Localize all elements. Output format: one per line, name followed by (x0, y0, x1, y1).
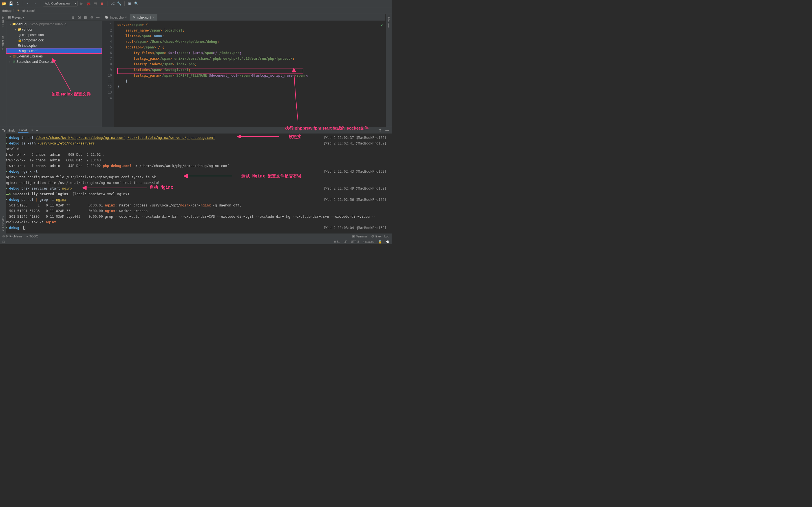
bb-todo[interactable]: ≡ TODO (27, 235, 38, 238)
right-rail: Database (386, 14, 392, 127)
git-branch-icon[interactable]: ⎇ (110, 1, 115, 6)
sb-le[interactable]: LF (344, 240, 347, 243)
stop-icon[interactable]: ⏹ (100, 1, 105, 6)
terminal-panel: Terminal: Local × + ⚙ — 软链接 测试 Nginx 配置文… (0, 127, 392, 233)
bb-problems[interactable]: ⊘ 6: Problems (2, 234, 22, 238)
back-icon[interactable]: ← (26, 1, 31, 6)
run-icon[interactable]: ▶ (79, 1, 84, 6)
sb-pos: 9:81 (334, 240, 340, 243)
sb-menu-icon[interactable]: ☐ (2, 240, 5, 243)
crumb-file[interactable]: ☀ nginx.conf (17, 9, 35, 12)
terminal-add-tab[interactable]: + (36, 128, 38, 133)
bb-terminal[interactable]: ▣ Terminal (352, 234, 368, 238)
tree-item-nginx-conf[interactable]: ☀ nginx.conf (6, 48, 102, 54)
project-tree: ▾ 📁 debug ~/Work/php/demos/debug ▸ 📁 ven… (6, 21, 102, 65)
tab-index-php[interactable]: 🐘index.php× (102, 14, 130, 20)
tabbar: 🐘index.php×☀nginx.conf× (102, 14, 386, 21)
forward-icon[interactable]: → (33, 1, 38, 6)
rail-project[interactable]: 1: Project (1, 16, 4, 27)
tree-root[interactable]: ▾ 📁 debug ~/Work/php/demos/debug (6, 21, 102, 27)
terminal-tab-local[interactable]: Local (18, 128, 29, 133)
debug-icon[interactable]: 🐞 (86, 1, 91, 6)
lock-icon[interactable]: 🔓 (378, 240, 382, 244)
gear-icon[interactable]: ⚙ (89, 15, 94, 20)
tree-item-index-php[interactable]: 🐘 index.php (6, 43, 102, 48)
terminal-hide-icon[interactable]: — (385, 128, 389, 133)
bb-eventlog[interactable]: ◷ Event Log (371, 234, 389, 238)
tree-item-composer-lock[interactable]: 🔒 composer.lock (6, 38, 102, 43)
rail-favorites[interactable]: 2: Favorites (2, 216, 5, 231)
editor: 🐘index.php×☀nginx.conf× 1234567891011121… (102, 14, 386, 127)
project-panel: ▤Project▾ ⊕ ⇲ ⊟ ⚙ — ▾ 📁 debug ~/Work/php… (6, 14, 102, 127)
breadcrumb: debug 〉 ☀ nginx.conf (0, 7, 392, 14)
save-icon[interactable]: 💾 (8, 1, 13, 6)
locate-icon[interactable]: ⊕ (71, 15, 75, 20)
code-area[interactable]: server</span> { server_name</span> local… (114, 21, 386, 127)
crumb-root[interactable]: debug (2, 9, 11, 12)
tab-nginx-conf[interactable]: ☀nginx.conf× (130, 14, 157, 20)
coverage-icon[interactable]: ⬒ (93, 1, 98, 6)
rail-database[interactable]: Database (387, 16, 390, 28)
sb-chat-icon[interactable]: 💬 (386, 240, 389, 243)
bottom-toolbar: ⊘ 6: Problems ≡ TODO ▣ Terminal ◷ Event … (0, 233, 392, 239)
tree-external[interactable]: ▸ ▥ External Libraries (6, 54, 102, 59)
rail-structure[interactable]: 7: Structure (1, 36, 4, 51)
sb-enc[interactable]: UTF-8 (351, 240, 359, 243)
gutter: 1234567891011121314 (102, 21, 114, 127)
tree-scratches[interactable]: ▸ ◎ Scratches and Consoles (6, 59, 102, 64)
run-config-select[interactable]: Add Configuration... (43, 1, 78, 6)
main-toolbar: 📂 💾 ↻ ← → Add Configuration... ▶ 🐞 ⬒ ⏹ ⎇… (0, 0, 392, 7)
wrench-icon[interactable]: 🔧 (117, 1, 122, 6)
hide-icon[interactable]: — (96, 15, 100, 20)
terminal-body[interactable]: 软链接 测试 Nginx 配置文件是否有误 启动 Nginx ➜ debug l… (0, 134, 392, 233)
tree-item-composer-json[interactable]: {} composer.json (6, 32, 102, 38)
terminal-title: Terminal: (2, 129, 15, 132)
collapse-icon[interactable]: ⊟ (83, 15, 88, 20)
search-icon[interactable]: 🔍 (134, 1, 139, 6)
refresh-icon[interactable]: ↻ (15, 1, 20, 6)
statusbar: ☐ 9:81 LF UTF-8 4 spaces 🔓 💬 (0, 239, 392, 244)
tree-item-vendor[interactable]: ▸ 📁 vendor (6, 27, 102, 32)
project-title[interactable]: ▤Project▾ (8, 15, 24, 19)
check-icon: ✓ (380, 22, 384, 27)
terminal-gear-icon[interactable]: ⚙ (377, 128, 382, 133)
terminal-icon[interactable]: ▣ (127, 1, 132, 6)
left-rail: 1: Project 7: Structure (0, 14, 6, 127)
open-icon[interactable]: 📂 (2, 1, 7, 6)
sb-indent[interactable]: 4 spaces (363, 240, 374, 243)
expand-icon[interactable]: ⇲ (77, 15, 82, 20)
